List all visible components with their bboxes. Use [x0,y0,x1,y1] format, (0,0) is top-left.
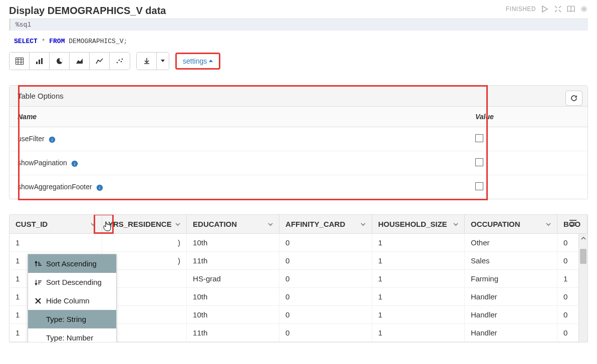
menu-label: Hide Column [46,296,90,305]
chevron-down-icon[interactable] [546,222,551,226]
column-header-education[interactable]: EDUCATION [187,215,279,233]
cell: 11th [187,324,279,341]
cell: 0 [279,306,372,323]
scroll-up-button[interactable] [579,234,587,243]
option-row: showPagination i [10,151,587,175]
column-label: AFFINITY_CARD [285,220,345,228]
chevron-down-icon[interactable] [268,222,273,226]
option-checkbox[interactable] [475,158,483,166]
code-block: %sql SELECT * FROM DEMOGRAPHICS_V; [9,19,588,50]
info-icon[interactable]: i [49,136,56,143]
option-checkbox[interactable] [475,182,483,190]
chevron-down-icon[interactable] [361,222,366,226]
column-header-cust-id[interactable]: CUST_ID [10,215,102,233]
column-label: CUST_ID [16,220,48,228]
chevron-down-icon[interactable] [91,222,96,226]
menu-sort-ascending[interactable]: Sort Ascending [28,254,116,273]
svg-rect-1 [16,58,23,65]
pie-chart-button[interactable] [50,53,70,70]
gear-icon[interactable] [580,5,588,13]
data-table: CUST_ID YRS_RESIDENCE EDUCATION AFFINITY… [9,214,588,342]
cell: Sales [465,252,557,269]
svg-rect-2 [36,62,38,64]
options-table: Name Value useFilter i showPagination i [10,106,587,199]
cell: 0 [279,270,372,287]
cell: 1 [372,252,465,269]
menu-label: Sort Descending [46,278,102,286]
column-label: HOUSEHOLD_SIZE [378,220,447,228]
cell: 1 [372,324,465,341]
chart-type-group [9,52,130,70]
svg-point-9 [122,59,123,60]
cell: Handler [465,306,557,323]
code-magic-line: %sql [9,19,588,31]
menu-hide-column[interactable]: Hide Column [28,291,116,310]
download-dropdown-button[interactable] [157,53,169,70]
cell: Other [465,234,557,251]
paragraph-header: Display DEMOGRAPHICS_V data FINISHED [9,5,588,17]
bar-chart-button[interactable] [30,53,50,70]
menu-label: Sort Ascending [46,259,97,268]
option-row: useFilter i [10,127,587,151]
chevron-down-icon[interactable] [175,222,180,226]
line-chart-button[interactable] [90,53,110,70]
column-label: OCCUPATION [471,220,520,228]
svg-rect-4 [41,58,43,64]
svg-point-8 [121,61,122,63]
column-label: YRS_RESIDENCE [108,220,172,228]
vertical-scrollbar[interactable] [578,234,587,342]
column-header-occupation[interactable]: OCCUPATION [465,215,557,233]
options-value-header: Value [467,107,587,127]
data-table-body: 1 ) 10th 0 1 Other 0 1 ) 11th 0 1 Sales … [10,234,587,342]
book-icon[interactable] [567,5,575,13]
menu-type-number[interactable]: Type: Number [28,328,116,342]
download-button[interactable] [137,53,157,70]
cell: 0 [279,252,372,269]
menu-sort-descending[interactable]: Sort Descending [28,273,116,291]
options-name-header: Name [10,107,467,127]
menu-type-string[interactable]: Type: String [28,310,116,328]
close-icon [34,298,42,304]
table-row: 1 ) 10th 0 1 Other 0 [10,234,587,252]
cell: Farming [465,270,557,287]
column-header-affinity-card[interactable]: AFFINITY_CARD [279,215,372,233]
kw-select: SELECT [14,38,38,45]
header-actions: FINISHED [506,5,588,13]
column-context-menu: Sort Ascending Sort Descending Hide Colu… [28,254,117,342]
settings-button[interactable]: settings [175,53,220,70]
area-chart-button[interactable] [70,53,90,70]
chevron-down-icon[interactable] [453,222,458,226]
scroll-thumb[interactable] [580,249,586,264]
column-header-yrs-residence[interactable]: YRS_RESIDENCE [102,215,187,233]
cell: 1 [10,234,102,251]
op-semi: ; [124,38,128,45]
cell: 11th [187,252,279,269]
kw-from: FROM [49,38,65,45]
cell: 1 [372,306,465,323]
paragraph-title: Display DEMOGRAPHICS_V data [9,5,166,17]
svg-point-0 [583,8,585,10]
cell: 0 [279,234,372,251]
settings-label: settings [183,57,207,65]
collapse-icon[interactable] [554,5,562,13]
sort-desc-icon [34,279,42,286]
cell: Handler [465,288,557,305]
op-star: * [42,38,46,45]
scatter-chart-button[interactable] [110,53,130,70]
menu-label: Type: Number [46,333,93,342]
column-header-household-size[interactable]: HOUSEHOLD_SIZE [372,215,465,233]
columns-menu-icon[interactable] [569,220,576,226]
option-checkbox[interactable] [475,134,483,142]
refresh-button[interactable] [565,91,582,106]
column-label: EDUCATION [193,220,237,228]
ident-table: DEMOGRAPHICS_V [69,38,123,45]
info-icon[interactable]: i [96,184,103,191]
cell: HS-grad [187,270,279,287]
cell: Handler [465,324,557,341]
table-view-button[interactable] [10,53,30,70]
info-icon[interactable]: i [71,160,78,167]
panel-title: Table Options [10,86,587,106]
run-icon[interactable] [541,5,549,13]
viz-toolbar: settings [9,52,588,70]
cell: 1 [372,234,465,251]
